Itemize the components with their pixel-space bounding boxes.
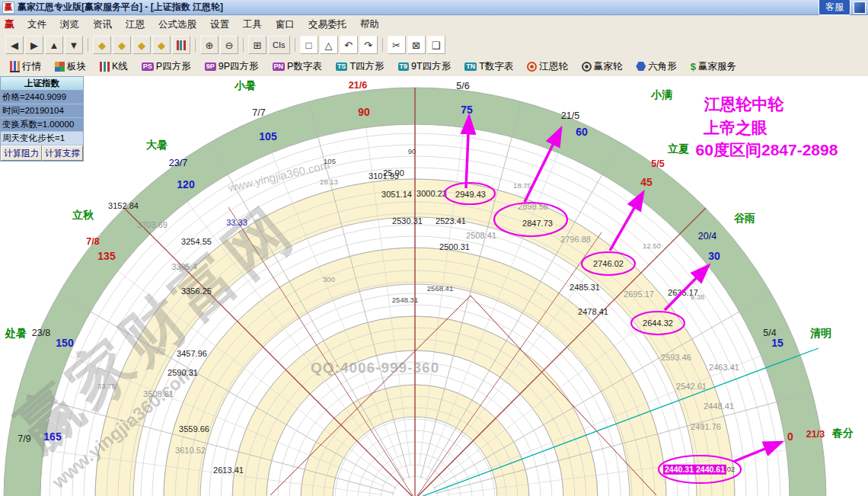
nav-p-square-icon: PS (142, 62, 154, 71)
nav-t-square-icon: TS (336, 62, 348, 71)
menu-item[interactable]: 江恩 (119, 19, 152, 30)
nav-9p-square-icon: 9P (205, 62, 216, 71)
zoom-in-icon[interactable]: ⊕ (200, 36, 219, 54)
toolbar-separator (295, 38, 295, 52)
title-bar: 赢 赢家江恩专业版[赢家服务平台] - [上证指数 江恩轮] 客服 (0, 0, 868, 15)
menu-item[interactable]: 工具 (236, 19, 269, 30)
rect-tool-icon[interactable]: □ (300, 36, 318, 54)
nav-9p-square[interactable]: 9P9P四方形 (198, 60, 266, 73)
callout-icon[interactable]: ❑ (427, 36, 445, 54)
rotate-right-icon[interactable]: ↷ (359, 36, 378, 54)
forward-icon[interactable]: ▶ (25, 36, 43, 54)
menu-item[interactable]: 帮助 (353, 19, 386, 30)
nav-t-table-label: T数字表 (479, 60, 513, 73)
nav-sectors-label: 板块 (67, 60, 86, 73)
menu-item[interactable]: 设置 (203, 19, 236, 30)
titlebar-corner-icon[interactable] (854, 2, 866, 14)
time-row: 时间=20190104 (1, 104, 83, 118)
drawing-toolbar: ◀▶▲▼◆◆◆◆⊕⊖⊞CIs□△↶↷✂⊠❑ (0, 34, 868, 57)
grid-icon[interactable]: ⊞ (248, 36, 266, 54)
nav-quotes[interactable]: 行情 (3, 60, 48, 73)
nav-kline-label: K线 (112, 60, 128, 73)
nav-quotes-icon (10, 61, 20, 72)
nav-winner-wheel-label: 赢家轮 (594, 60, 623, 73)
nav-winner-service[interactable]: $赢家服务 (684, 60, 743, 73)
price-row: 价格=2440.9099 (1, 91, 83, 104)
kline-tool-icon[interactable] (172, 36, 190, 54)
rotate-left-icon[interactable]: ↶ (340, 36, 358, 54)
toolbar-separator (88, 38, 88, 52)
nav-quotes-label: 行情 (22, 60, 41, 73)
app-logo-icon: 赢 (2, 2, 14, 14)
nav-9t-square[interactable]: T99T四方形 (391, 60, 458, 73)
annotation-overlay (0, 76, 868, 496)
nav-winner-service-label: 赢家服务 (698, 60, 736, 73)
nav-winner-wheel-icon (582, 62, 592, 72)
menu-item[interactable]: 交易委托 (302, 19, 353, 30)
calc-resistance-button[interactable]: 计算阻力 (1, 146, 42, 161)
gann-wheel-chart[interactable]: 赢家财富网 www.yingjia360.com www.yingjia360.… (0, 76, 868, 496)
menu-item[interactable]: 公式选股 (152, 19, 203, 30)
diamond-tool-3-icon[interactable]: ◆ (132, 36, 151, 54)
nav-t-table[interactable]: TNT数字表 (458, 60, 520, 73)
cls-button[interactable]: CIs (268, 36, 290, 54)
index-name: 上证指数 (1, 77, 83, 91)
toolbar-separator (382, 38, 383, 52)
zoom-out-icon[interactable]: ⊖ (220, 36, 238, 54)
nav-hexagon-icon (636, 62, 646, 72)
nav-p-table-icon: PN (273, 62, 286, 71)
nav-sectors[interactable]: 板块 (48, 60, 93, 73)
nav-p-table-label: P数字表 (287, 60, 322, 73)
diamond-tool-4-icon[interactable]: ◆ (152, 36, 171, 54)
nav-p-square-label: P四方形 (156, 60, 191, 73)
nav-gann-wheel-icon (527, 62, 537, 72)
diamond-tool-1-icon[interactable]: ◆ (93, 36, 111, 54)
back-icon[interactable]: ◀ (5, 36, 24, 54)
toolbar-separator (243, 38, 244, 52)
nav-t-square[interactable]: TST四方形 (329, 60, 391, 73)
window-title: 赢家江恩专业版[赢家服务平台] - [上证指数 江恩轮] (18, 1, 223, 14)
nav-p-square[interactable]: PSP四方形 (135, 60, 198, 73)
nav-p-table[interactable]: PNP数字表 (266, 60, 329, 73)
customer-service-button[interactable]: 客服 (819, 0, 850, 15)
nav-9t-square-label: 9T四方形 (411, 60, 451, 73)
nav-winner-service-icon: $ (691, 61, 696, 72)
menu-bar: 赢 文件浏览资讯江恩公式选股设置工具窗口交易委托帮助 (0, 15, 868, 34)
nav-sectors-icon (55, 62, 65, 72)
diamond-tool-2-icon[interactable]: ◆ (113, 36, 131, 54)
filter-icon[interactable]: ▼ (65, 36, 83, 54)
menu-item[interactable]: 文件 (21, 19, 53, 30)
nav-gann-wheel[interactable]: 江恩轮 (520, 60, 575, 73)
up-icon[interactable]: ▲ (45, 36, 63, 54)
index-info-panel: 上证指数 价格=2440.9099 时间=20190104 变换系数=1.000… (0, 76, 84, 162)
menu-item[interactable]: 窗口 (269, 19, 302, 30)
nav-kline-icon (100, 62, 110, 72)
nav-t-square-label: T四方形 (349, 60, 384, 73)
crop-icon[interactable]: ⊠ (407, 36, 426, 54)
scissors-icon[interactable]: ✂ (388, 36, 406, 54)
menu-item[interactable]: 浏览 (53, 19, 86, 30)
nav-winner-wheel[interactable]: 赢家轮 (575, 60, 630, 73)
menu-item[interactable]: 资讯 (86, 19, 119, 30)
nav-t-table-icon: TN (464, 62, 477, 71)
menu-logo-icon: 赢 (5, 18, 14, 31)
coefficient-row: 变换系数=1.00000 (1, 118, 83, 132)
nav-9p-square-label: 9P四方形 (219, 60, 259, 73)
nav-9t-square-icon: T9 (398, 62, 410, 71)
toolbar-separator (195, 38, 196, 52)
chart-type-toolbar: 行情板块K线PSP四方形9P9P四方形PNP数字表TST四方形T99T四方形TN… (0, 56, 868, 77)
nav-kline[interactable]: K线 (93, 60, 135, 73)
calc-support-button[interactable]: 计算支撑 (42, 146, 83, 161)
nav-hexagon-label: 六角形 (648, 60, 677, 73)
triangle-tool-icon[interactable]: △ (320, 36, 338, 54)
step-row: 周天变化步长=1 (1, 132, 83, 146)
nav-gann-wheel-label: 江恩轮 (539, 60, 568, 73)
nav-hexagon[interactable]: 六角形 (629, 60, 684, 73)
